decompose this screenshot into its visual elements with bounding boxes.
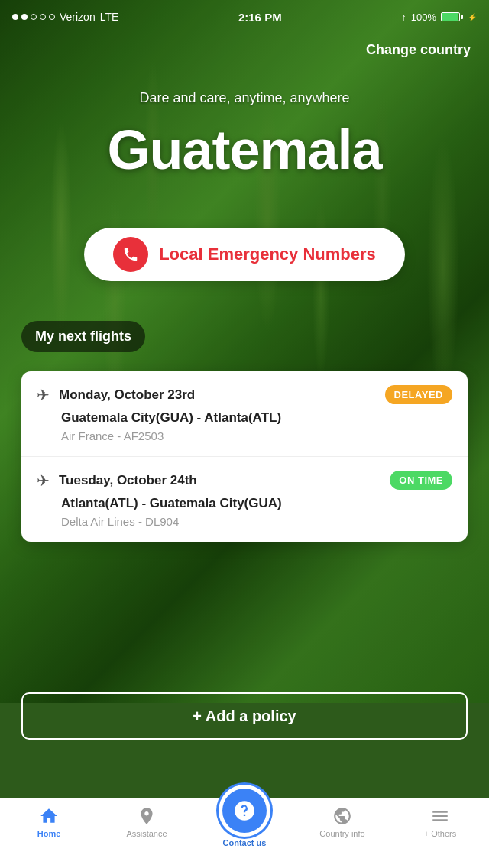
status-bar: Verizon LTE 2:16 PM ↑ 100% ⚡ xyxy=(0,0,489,34)
status-time: 2:16 PM xyxy=(238,11,282,24)
dot-3 xyxy=(31,14,37,20)
flight-airline: Delta Air Lines - DL904 xyxy=(37,515,452,528)
country-name: Guatemala xyxy=(0,118,489,181)
contact-icon xyxy=(222,789,267,833)
contact-circle xyxy=(219,785,270,837)
ontime-badge: ON TIME xyxy=(390,471,452,490)
tagline: Dare and care, anytime, anywhere xyxy=(0,90,489,106)
tab-others-label: + Others xyxy=(424,829,457,838)
status-left: Verizon LTE xyxy=(12,11,118,23)
dot-5 xyxy=(49,14,55,20)
plane-icon: ✈ xyxy=(37,386,50,404)
flight-route: Atlanta(ATL) - Guatemala City(GUA) xyxy=(37,496,452,511)
others-icon xyxy=(430,806,450,826)
plane-icon: ✈ xyxy=(37,471,50,490)
flight-airline: Air France - AF2503 xyxy=(37,429,452,442)
tab-bar: Home Assistance Contact us Country info xyxy=(0,798,489,868)
tab-contact-label: Contact us xyxy=(223,838,267,847)
dot-2 xyxy=(21,14,28,20)
tab-home[interactable]: Home xyxy=(0,806,98,838)
tab-contact[interactable]: Contact us xyxy=(196,785,293,847)
emergency-button[interactable]: Local Emergency Numbers xyxy=(84,228,405,281)
home-icon xyxy=(39,806,59,826)
dot-4 xyxy=(40,14,46,20)
flights-section-title: My next flights xyxy=(21,321,145,352)
flight-row[interactable]: ✈ Tuesday, October 24th ON TIME Atlanta(… xyxy=(21,457,468,542)
flights-card: ✈ Monday, October 23rd DELAYED Guatemala… xyxy=(21,371,468,542)
charging-bolt-icon: ⚡ xyxy=(468,13,477,21)
network-type: LTE xyxy=(100,11,119,23)
country-info-icon xyxy=(332,806,352,826)
tab-home-label: Home xyxy=(37,829,61,838)
tab-assistance-label: Assistance xyxy=(126,829,167,838)
assistance-icon xyxy=(137,806,157,826)
tab-assistance[interactable]: Assistance xyxy=(98,806,196,838)
tab-country-info[interactable]: Country info xyxy=(293,806,391,838)
battery-percent: 100% xyxy=(411,11,436,23)
add-policy-button[interactable]: + Add a policy xyxy=(21,692,468,740)
emergency-label: Local Emergency Numbers xyxy=(159,245,376,264)
dot-1 xyxy=(12,14,18,20)
battery-icon xyxy=(441,12,463,21)
carrier-name: Verizon xyxy=(60,11,96,23)
flight-row[interactable]: ✈ Monday, October 23rd DELAYED Guatemala… xyxy=(21,371,468,457)
signal-dots xyxy=(12,14,55,20)
change-country-button[interactable]: Change country xyxy=(366,42,471,58)
status-right: ↑ 100% ⚡ xyxy=(401,11,477,23)
flight-date: Monday, October 23rd xyxy=(59,387,195,403)
flight-date: Tuesday, October 24th xyxy=(59,473,197,488)
phone-icon xyxy=(113,237,148,272)
flight-route: Guatemala City(GUA) - Atlanta(ATL) xyxy=(37,410,452,426)
tab-country-info-label: Country info xyxy=(319,829,364,838)
tab-others[interactable]: + Others xyxy=(391,806,489,838)
delayed-badge: DELAYED xyxy=(385,385,452,404)
location-arrow-icon: ↑ xyxy=(401,11,406,23)
